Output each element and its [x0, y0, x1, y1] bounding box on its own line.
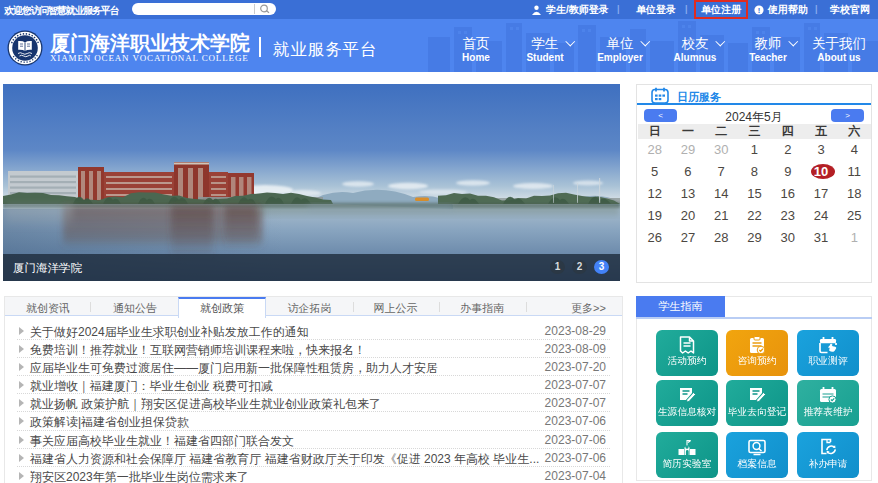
svg-text:!: ! — [758, 5, 761, 14]
